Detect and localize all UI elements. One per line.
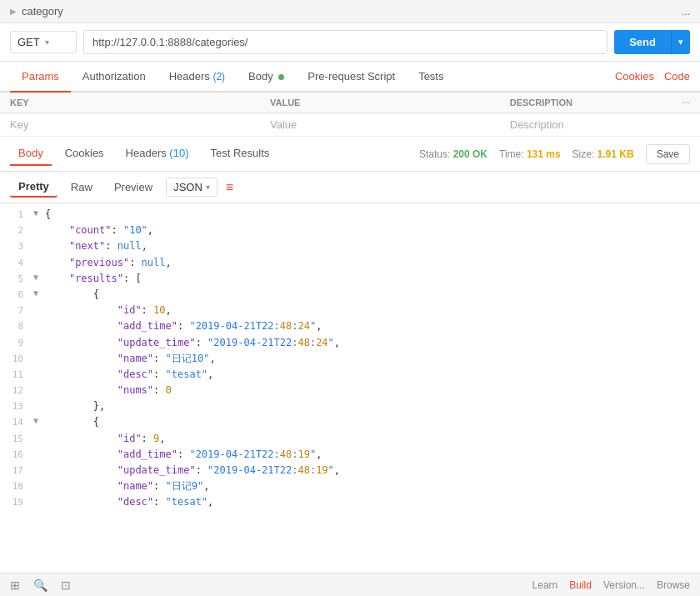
line-number: 18: [3, 478, 33, 494]
col-header-more: ···: [672, 93, 700, 113]
format-value: JSON: [173, 181, 202, 193]
learn-link[interactable]: Learn: [532, 579, 558, 591]
params-placeholder-row: Key Value Description: [0, 113, 700, 137]
tab-authorization[interactable]: Authorization: [71, 62, 158, 93]
response-status: Status: 200 OK Time: 131 ms Size: 1.91 K…: [419, 144, 690, 164]
tab-body[interactable]: Body: [237, 62, 296, 93]
send-button[interactable]: Send: [614, 30, 671, 54]
response-tabs-bar: Body Cookies Headers (10) Test Results S…: [0, 137, 700, 172]
fmt-tab-raw[interactable]: Raw: [62, 178, 101, 197]
code-content: "add_time": "2019-04-21T22:48:19",: [45, 447, 697, 463]
format-bar: Pretty Raw Preview JSON ▾ ≡: [0, 172, 700, 203]
line-number: 17: [3, 463, 33, 478]
fold-button[interactable]: ▼: [33, 207, 43, 220]
browse-link[interactable]: Browse: [657, 579, 690, 591]
line-number: 16: [3, 447, 33, 463]
time-value: 131 ms: [527, 148, 561, 160]
col-header-description: DESCRIPTION: [500, 93, 672, 113]
tab-headers[interactable]: Headers (2): [158, 62, 237, 93]
line-number: 14: [3, 414, 33, 430]
method-label: GET: [18, 36, 40, 48]
line-number: 9: [3, 335, 33, 351]
build-link[interactable]: Build: [569, 579, 592, 591]
tab-tests[interactable]: Tests: [407, 62, 455, 93]
search-icon[interactable]: 🔍: [33, 578, 48, 592]
code-line: 4 "previous": null,: [0, 255, 700, 271]
code-line: 2 "count": "10",: [0, 223, 700, 238]
version-link[interactable]: Version...: [603, 579, 645, 591]
key-placeholder[interactable]: Key: [0, 113, 260, 137]
code-content: "nums": 0: [45, 383, 697, 398]
url-bar: GET ▾ Send ▾: [0, 23, 700, 62]
code-line: 11 "desc": "tesat",: [0, 367, 700, 383]
code-line: 10 "name": "日记10",: [0, 351, 700, 367]
line-number: 13: [3, 398, 33, 414]
top-bar: ▶ category ...: [0, 0, 700, 23]
code-content: "previous": null,: [45, 255, 697, 271]
fmt-tab-preview[interactable]: Preview: [106, 178, 161, 197]
triangle-icon[interactable]: ▶: [10, 7, 17, 16]
code-line: 18 "name": "日记9",: [0, 478, 700, 494]
code-link[interactable]: Code: [664, 70, 690, 83]
method-chevron-icon: ▾: [45, 38, 49, 47]
wrap-icon[interactable]: ≡: [226, 180, 233, 195]
desc-placeholder[interactable]: Description: [500, 113, 672, 137]
url-input[interactable]: [83, 30, 608, 54]
layout-icon[interactable]: ⊡: [61, 578, 71, 592]
code-content: "desc": "tesat",: [45, 367, 697, 383]
code-line: 5▼ "results": [: [0, 271, 700, 287]
code-line: 3 "next": null,: [0, 238, 700, 254]
line-number: 7: [3, 303, 33, 318]
time-label: Time: 131 ms: [499, 148, 561, 160]
line-number: 12: [3, 383, 33, 398]
tab-prerequest[interactable]: Pre-request Script: [296, 62, 407, 93]
code-line: 19 "desc": "tesat",: [0, 494, 700, 510]
fmt-tab-pretty[interactable]: Pretty: [10, 177, 58, 198]
json-code-area[interactable]: 1▼{2 "count": "10",3 "next": null,4 "pre…: [0, 203, 700, 512]
code-content: "name": "日记10",: [45, 351, 697, 367]
fold-button[interactable]: ▼: [33, 414, 43, 428]
response-tab-cookies[interactable]: Cookies: [57, 142, 112, 166]
code-content: {: [45, 207, 697, 223]
code-line: 16 "add_time": "2019-04-21T22:48:19",: [0, 447, 700, 463]
response-tab-body[interactable]: Body: [10, 142, 52, 166]
line-number: 8: [3, 318, 33, 334]
grid-icon[interactable]: ⊞: [10, 578, 20, 592]
code-line: 6▼ {: [0, 287, 700, 303]
line-number: 2: [3, 223, 33, 238]
code-content: "name": "日记9",: [45, 478, 697, 494]
code-content: "update_time": "2019-04-21T22:48:24",: [45, 335, 697, 351]
line-number: 6: [3, 287, 33, 303]
code-line: 8 "add_time": "2019-04-21T22:48:24",: [0, 318, 700, 334]
tab-params[interactable]: Params: [10, 62, 71, 93]
line-number: 15: [3, 431, 33, 447]
code-content: {: [45, 287, 697, 303]
line-number: 11: [3, 367, 33, 383]
request-tabs: Params Authorization Headers (2) Body Pr…: [0, 62, 700, 93]
code-line: 15 "id": 9,: [0, 431, 700, 447]
fold-button[interactable]: ▼: [33, 287, 43, 300]
code-line: 9 "update_time": "2019-04-21T22:48:24",: [0, 335, 700, 351]
fold-button[interactable]: ▼: [33, 271, 43, 284]
cookies-link[interactable]: Cookies: [615, 70, 654, 83]
code-content: },: [45, 398, 697, 414]
value-placeholder[interactable]: Value: [260, 113, 500, 137]
code-content: "id": 10,: [45, 303, 697, 318]
line-number: 4: [3, 255, 33, 271]
save-button[interactable]: Save: [646, 144, 690, 164]
tabs-right-group: Cookies Code: [615, 70, 690, 83]
code-content: {: [45, 414, 697, 430]
code-content: "update_time": "2019-04-21T22:48:19",: [45, 463, 697, 478]
bottom-bar: ⊞ 🔍 ⊡ Learn Build Version... Browse: [0, 573, 700, 596]
top-bar-action[interactable]: ...: [682, 6, 690, 18]
format-select[interactable]: JSON ▾: [166, 178, 218, 197]
size-value: 1.91 KB: [598, 148, 634, 160]
send-dropdown-button[interactable]: ▾: [671, 30, 690, 54]
response-tab-testresults[interactable]: Test Results: [202, 142, 278, 166]
response-headers-badge: (10): [169, 147, 188, 159]
method-select[interactable]: GET ▾: [10, 31, 77, 53]
line-number: 10: [3, 351, 33, 367]
params-table: KEY VALUE DESCRIPTION ··· Key Value Desc…: [0, 93, 700, 137]
code-content: "id": 9,: [45, 431, 697, 447]
response-tab-headers[interactable]: Headers (10): [118, 142, 198, 166]
